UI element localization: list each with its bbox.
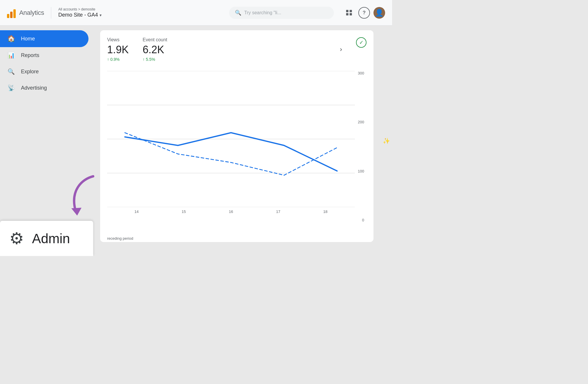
home-icon: 🏠 [7, 35, 15, 42]
logo-bar-1 [7, 14, 9, 18]
help-icon: ? [363, 10, 366, 16]
admin-gear-icon: ⚙ [9, 229, 24, 248]
grid-icon [346, 10, 352, 16]
search-icon: 🔍 [235, 10, 241, 16]
sidebar-item-home[interactable]: 🏠 Home [0, 30, 88, 47]
views-label: Views [107, 37, 129, 42]
search-bar[interactable]: 🔍 Try searching "li... [229, 7, 334, 19]
header: Analytics All accounts > demosite Demo S… [0, 0, 392, 26]
y-axis-labels: 300 200 100 0 [358, 71, 364, 222]
breadcrumb: All accounts > demosite [58, 7, 102, 11]
logo-text: Analytics [19, 9, 44, 17]
metrics-next-button[interactable]: › [340, 46, 342, 53]
event-count-label: Event count [143, 37, 167, 42]
dropdown-arrow-icon: ▾ [100, 13, 102, 17]
views-metric: Views 1.9K ↑ 0.9% [107, 37, 129, 62]
logo-bar-3 [13, 9, 16, 18]
metrics-row: Views 1.9K ↑ 0.9% Event count 6.2K ↑ 5.5… [107, 37, 366, 62]
y-label-100: 100 [358, 169, 364, 173]
avatar-image: 👤 [375, 9, 384, 17]
main-layout: 🏠 Home 📊 Reports 🔍 Explore 📡 Advertising [0, 26, 392, 256]
sidebar: 🏠 Home 📊 Reports 🔍 Explore 📡 Advertising [0, 26, 93, 256]
y-label-300: 300 [358, 71, 364, 75]
event-count-metric: Event count 6.2K ↑ 5.5% [143, 37, 167, 62]
reports-icon: 📊 [7, 52, 15, 59]
chart-area: 14 15 16 17 18 300 200 100 0 [107, 71, 366, 234]
x-label-14: 14 [134, 209, 139, 214]
x-label-15: 15 [182, 209, 186, 214]
explore-icon: 🔍 [7, 68, 15, 75]
avatar[interactable]: 👤 [373, 7, 385, 19]
apps-button[interactable] [343, 7, 355, 19]
header-divider [51, 7, 51, 19]
preceding-period-label: receding period [107, 236, 366, 241]
x-axis-labels: 14 15 16 17 18 [107, 209, 355, 214]
x-label-18: 18 [323, 209, 327, 214]
sidebar-explore-label: Explore [21, 69, 39, 75]
header-actions: ? 👤 [343, 7, 385, 19]
search-placeholder: Try searching "li... [244, 10, 281, 15]
sparkle-icon: ✨ [383, 137, 390, 144]
event-count-change: ↑ 5.5% [143, 57, 167, 62]
advertising-icon: 📡 [7, 84, 15, 91]
views-change: ↑ 0.9% [107, 57, 129, 62]
logo-area: Analytics [7, 8, 44, 18]
chart-card: Views 1.9K ↑ 0.9% Event count 6.2K ↑ 5.5… [100, 30, 373, 242]
y-label-0: 0 [362, 218, 364, 222]
views-value: 1.9K [107, 44, 129, 56]
sidebar-item-advertising[interactable]: 📡 Advertising [0, 80, 88, 96]
side-panel-toggle[interactable]: ✨ [380, 132, 392, 150]
x-label-16: 16 [229, 209, 233, 214]
content-area: ✨ Views 1.9K ↑ 0.9% Event count 6.2K ↑ 5… [93, 26, 392, 256]
y-label-200: 200 [358, 120, 364, 124]
help-button[interactable]: ? [358, 7, 370, 19]
analytics-logo-icon [7, 8, 16, 18]
admin-label: Admin [32, 231, 70, 246]
x-label-17: 17 [276, 209, 280, 214]
sidebar-advertising-label: Advertising [21, 85, 47, 91]
sidebar-item-reports[interactable]: 📊 Reports [0, 47, 88, 63]
account-name[interactable]: Demo Site - GA4 ▾ [58, 12, 102, 18]
sidebar-reports-label: Reports [21, 52, 39, 58]
logo-bar-2 [10, 12, 13, 18]
account-selector[interactable]: All accounts > demosite Demo Site - GA4 … [58, 7, 102, 18]
admin-panel[interactable]: ⚙ Admin [0, 221, 93, 256]
event-count-value: 6.2K [143, 44, 167, 56]
verified-badge[interactable]: ✓ [356, 37, 366, 48]
sidebar-item-explore[interactable]: 🔍 Explore [0, 63, 88, 80]
sidebar-home-label: Home [21, 36, 35, 42]
line-chart: 14 15 16 17 18 [107, 71, 355, 222]
